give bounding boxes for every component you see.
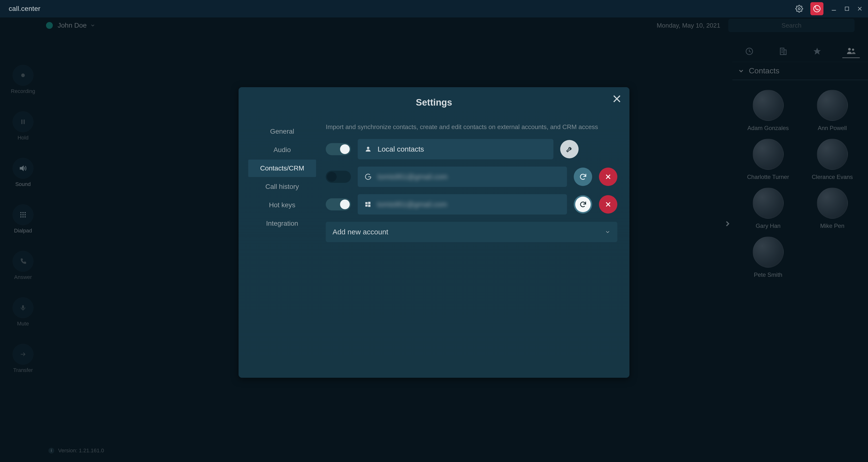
account-box[interactable]: tomis951@gmail.com [358, 194, 567, 215]
titlebar: call.center [0, 0, 868, 18]
google-icon [365, 173, 372, 180]
settings-modal: Settings General Audio Contacts/CRM Call… [239, 87, 629, 378]
svg-point-0 [798, 8, 800, 10]
toggle-local[interactable] [326, 143, 351, 155]
settings-content: Import and synchronize contacts, create … [316, 117, 620, 242]
tab-contacts-crm[interactable]: Contacts/CRM [248, 160, 316, 177]
account-label: Local contacts [378, 145, 424, 153]
account-row-windows: tomis951@gmail.com [326, 194, 617, 215]
phone-status-button[interactable] [810, 2, 824, 15]
tab-call-history[interactable]: Call history [248, 178, 316, 195]
svg-point-1 [814, 6, 820, 12]
toggle-google[interactable] [326, 171, 351, 183]
tab-integration[interactable]: Integration [248, 215, 316, 232]
account-box[interactable]: Local contacts [358, 139, 553, 159]
account-row-google: tomis951@gmail.com [326, 166, 617, 187]
svg-rect-37 [368, 202, 370, 204]
add-account-label: Add new account [333, 228, 388, 236]
modal-title: Settings [248, 97, 620, 108]
account-row-local: Local contacts [326, 139, 617, 159]
app-title: call.center [9, 5, 40, 12]
svg-rect-38 [366, 205, 368, 207]
sync-button[interactable] [574, 195, 592, 214]
delete-button[interactable] [599, 167, 617, 186]
window-close-button[interactable] [857, 6, 863, 11]
account-label: tomis951@gmail.com [377, 200, 447, 209]
svg-rect-39 [368, 205, 370, 207]
settings-tabs: General Audio Contacts/CRM Call history … [248, 117, 316, 242]
tab-audio[interactable]: Audio [248, 141, 316, 159]
tab-hot-keys[interactable]: Hot keys [248, 196, 316, 214]
tab-general[interactable]: General [248, 123, 316, 140]
windows-icon [365, 201, 371, 208]
configure-button[interactable] [560, 140, 579, 158]
svg-rect-36 [366, 202, 368, 204]
person-icon [365, 146, 372, 153]
close-button[interactable] [612, 93, 622, 104]
toggle-windows[interactable] [326, 198, 351, 210]
window-minimize-button[interactable] [831, 6, 837, 12]
window-maximize-button[interactable] [844, 6, 849, 11]
sync-button[interactable] [574, 167, 592, 186]
delete-button[interactable] [599, 195, 617, 214]
add-account-button[interactable]: Add new account [326, 222, 617, 242]
svg-point-33 [367, 147, 369, 149]
account-box[interactable]: tomis951@gmail.com [358, 166, 567, 187]
settings-description: Import and synchronize contacts, create … [326, 123, 617, 131]
chevron-down-icon [605, 229, 611, 235]
svg-rect-3 [845, 7, 849, 11]
gear-icon[interactable] [795, 5, 803, 12]
account-label: tomis951@gmail.com [378, 173, 447, 181]
